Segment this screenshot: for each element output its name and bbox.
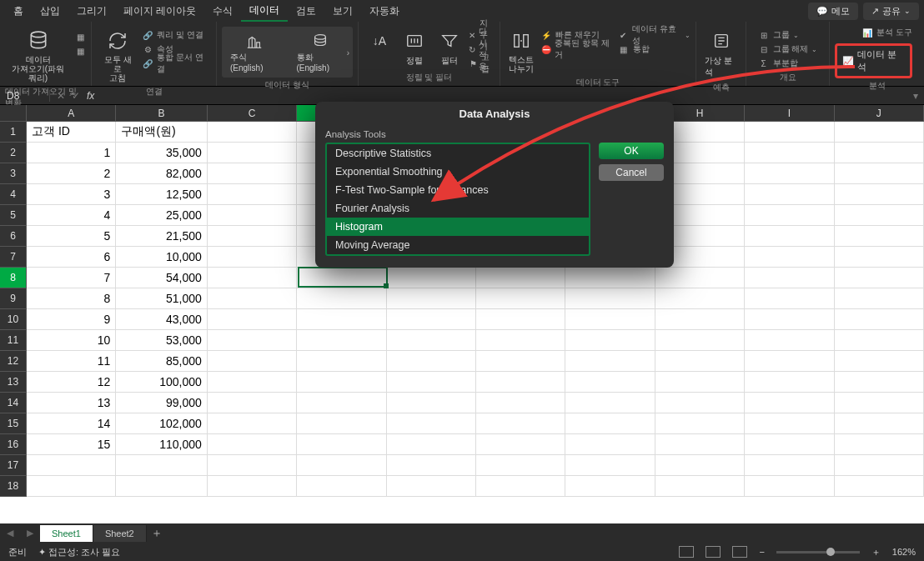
cell[interactable] xyxy=(208,393,297,413)
cell[interactable] xyxy=(655,413,745,434)
cell[interactable] xyxy=(116,476,207,497)
cell[interactable] xyxy=(208,476,297,497)
cell[interactable] xyxy=(208,455,297,476)
row-header[interactable]: 9 xyxy=(0,288,27,309)
cell[interactable]: 12,500 xyxy=(116,184,207,205)
fx-icon[interactable]: fx xyxy=(87,90,94,102)
cell[interactable] xyxy=(297,393,386,413)
cell[interactable] xyxy=(387,476,476,497)
cell[interactable] xyxy=(297,413,386,434)
cell[interactable] xyxy=(745,455,834,476)
cell[interactable] xyxy=(655,309,745,330)
cell[interactable] xyxy=(387,288,476,309)
cell[interactable] xyxy=(745,184,834,205)
cell[interactable] xyxy=(565,434,655,455)
cell[interactable]: 99,000 xyxy=(116,393,207,413)
cell[interactable] xyxy=(835,205,924,226)
row-header[interactable]: 4 xyxy=(0,184,27,205)
sheet-tab[interactable]: Sheet1 xyxy=(40,525,93,542)
menu-tab-3[interactable]: 페이지 레이아웃 xyxy=(115,0,204,22)
analysis-tool-item[interactable]: Moving Average xyxy=(327,236,589,254)
analysis-tool-item[interactable]: Fourier Analysis xyxy=(327,199,589,218)
cell[interactable] xyxy=(297,476,386,497)
cell[interactable] xyxy=(835,268,924,288)
cell[interactable]: 2 xyxy=(27,163,116,184)
cell[interactable] xyxy=(476,372,565,393)
cell[interactable] xyxy=(745,288,834,309)
cell[interactable]: 15 xyxy=(27,434,116,455)
col-header[interactable]: I xyxy=(745,105,834,122)
cell[interactable] xyxy=(565,455,655,476)
cell[interactable] xyxy=(655,476,745,497)
analysis-tool-item[interactable]: F-Test Two-Sample for Variances xyxy=(327,181,589,199)
cell[interactable] xyxy=(835,372,924,393)
cell[interactable] xyxy=(208,351,297,372)
cell[interactable] xyxy=(208,143,297,163)
analysis-tools[interactable]: 📊분석 도구 xyxy=(861,27,912,38)
cell[interactable] xyxy=(655,372,745,393)
cell[interactable] xyxy=(745,330,834,351)
menu-tab-7[interactable]: 보기 xyxy=(324,0,361,22)
cell[interactable]: 구매액(원) xyxy=(116,122,207,143)
confirm-icon[interactable]: ✓ xyxy=(72,90,80,102)
cell[interactable] xyxy=(745,372,834,393)
zoom-in[interactable]: ＋ xyxy=(871,546,881,558)
cell[interactable] xyxy=(835,226,924,247)
cell[interactable] xyxy=(745,247,834,268)
cell[interactable] xyxy=(835,434,924,455)
consolidate[interactable]: ▦통합 xyxy=(618,43,690,56)
row-header[interactable]: 6 xyxy=(0,226,27,247)
row-header[interactable]: 7 xyxy=(0,247,27,268)
cell[interactable] xyxy=(297,268,386,288)
analysis-tool-item[interactable]: Descriptive Statistics xyxy=(327,144,589,163)
cell[interactable] xyxy=(835,393,924,413)
sheet-prev[interactable]: ◀ xyxy=(0,528,20,538)
cell[interactable] xyxy=(387,268,476,288)
menu-tab-6[interactable]: 검토 xyxy=(288,0,324,22)
cell[interactable] xyxy=(835,413,924,434)
stack-icon[interactable]: ▦ xyxy=(74,44,86,58)
cell[interactable] xyxy=(208,247,297,268)
zoom-level[interactable]: 162% xyxy=(892,547,916,557)
cell[interactable] xyxy=(208,226,297,247)
stack-icon[interactable]: ▦ xyxy=(74,30,86,43)
formula-expand[interactable]: ▾ xyxy=(907,90,924,102)
cell[interactable] xyxy=(208,330,297,351)
select-all-corner[interactable] xyxy=(0,105,27,122)
cell[interactable] xyxy=(387,330,476,351)
col-header[interactable]: J xyxy=(835,105,924,122)
cell[interactable] xyxy=(745,143,834,163)
cell[interactable] xyxy=(208,434,297,455)
view-break-icon[interactable] xyxy=(732,546,747,558)
menu-tab-5[interactable]: 데이터 xyxy=(241,0,288,22)
get-data-button[interactable]: 데이터 가져오기(파워 쿼리) xyxy=(5,27,71,84)
cell[interactable]: 21,500 xyxy=(116,226,207,247)
cell[interactable]: 12 xyxy=(27,372,116,393)
cell[interactable]: 110,000 xyxy=(116,434,207,455)
cell[interactable] xyxy=(565,309,655,330)
menu-tab-8[interactable]: 자동화 xyxy=(361,0,408,22)
refresh-all-button[interactable]: 모두 새로 고침 xyxy=(97,27,138,84)
cell[interactable]: 10 xyxy=(27,330,116,351)
cell[interactable] xyxy=(565,413,655,434)
ok-button[interactable]: OK xyxy=(599,143,664,159)
cell[interactable] xyxy=(208,288,297,309)
whatif-button[interactable]: 가상 분석 xyxy=(701,27,741,80)
cell[interactable] xyxy=(297,288,386,309)
cell[interactable] xyxy=(476,288,565,309)
cell[interactable] xyxy=(116,455,207,476)
cell[interactable] xyxy=(565,268,655,288)
cell[interactable] xyxy=(27,476,116,497)
cell[interactable] xyxy=(476,434,565,455)
cancel-button[interactable]: Cancel xyxy=(599,164,664,181)
data-validation[interactable]: ✔데이터 유효성⌄ xyxy=(618,28,690,42)
cell[interactable] xyxy=(655,288,745,309)
cell[interactable]: 5 xyxy=(27,226,116,247)
data-types-box[interactable]: 주식 (English) 통화 (English) › xyxy=(222,27,353,78)
cell[interactable] xyxy=(745,476,834,497)
cell[interactable] xyxy=(476,330,565,351)
analysis-tools-list[interactable]: Descriptive StatisticsExponential Smooth… xyxy=(325,143,590,256)
cell[interactable]: 6 xyxy=(27,247,116,268)
cell[interactable] xyxy=(208,184,297,205)
subtotal[interactable]: Σ부분합 xyxy=(758,57,818,70)
